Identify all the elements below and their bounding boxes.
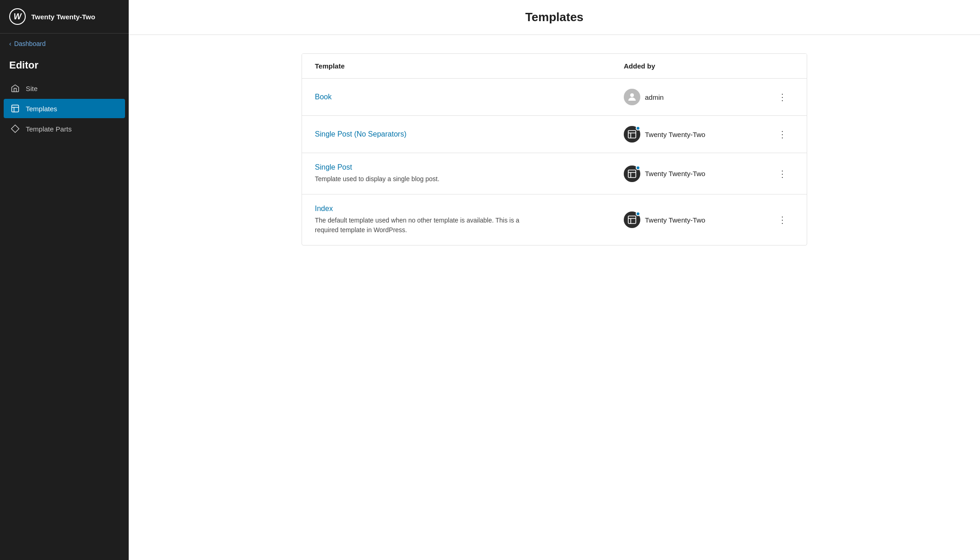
dashboard-link[interactable]: ‹ Dashboard xyxy=(0,34,129,54)
more-actions-button-index[interactable]: ⋮ xyxy=(774,213,791,226)
layout-icon xyxy=(627,169,637,179)
col-template: Template xyxy=(315,62,624,70)
main-content: Templates Template Added by Book xyxy=(129,0,980,560)
sidebar-item-label-site: Site xyxy=(26,85,38,92)
template-name-book[interactable]: Book xyxy=(315,93,331,101)
author-name-book: admin xyxy=(645,93,664,101)
table-row: Single Post (No Separators) Twenty Twent… xyxy=(302,116,807,153)
svg-rect-11 xyxy=(628,216,636,224)
layout-icon xyxy=(627,129,637,139)
template-info: Index The default template used when no … xyxy=(315,205,624,235)
avatar xyxy=(624,211,640,228)
avatar-indicator xyxy=(636,126,640,131)
dashboard-label: Dashboard xyxy=(14,40,46,47)
row-actions: ⋮ xyxy=(771,167,794,180)
template-name-index[interactable]: Index xyxy=(315,205,333,212)
author-cell: Twenty Twenty-Two xyxy=(624,166,771,182)
templates-table: Template Added by Book admin xyxy=(302,53,807,246)
template-info: Book xyxy=(315,93,624,101)
sidebar: W Twenty Twenty-Two ‹ Dashboard Editor S… xyxy=(0,0,129,560)
table-row: Book admin ⋮ xyxy=(302,79,807,116)
sidebar-item-site[interactable]: Site xyxy=(4,79,125,98)
svg-rect-5 xyxy=(628,131,636,138)
sidebar-item-label-template-parts: Template Parts xyxy=(26,125,72,133)
template-name-single-post[interactable]: Single Post xyxy=(315,163,352,171)
template-name-single-post-no-sep[interactable]: Single Post (No Separators) xyxy=(315,130,406,138)
col-added-by: Added by xyxy=(624,62,771,70)
more-actions-button-book[interactable]: ⋮ xyxy=(774,91,791,103)
author-name-index: Twenty Twenty-Two xyxy=(645,216,705,224)
sidebar-item-template-parts[interactable]: Template Parts xyxy=(4,119,125,138)
svg-rect-8 xyxy=(628,170,636,177)
avatar xyxy=(624,126,640,143)
author-cell: Twenty Twenty-Two xyxy=(624,211,771,228)
table-row: Single Post Template used to display a s… xyxy=(302,153,807,194)
author-cell: Twenty Twenty-Two xyxy=(624,126,771,143)
avatar xyxy=(624,89,640,105)
template-desc-index: The default template used when no other … xyxy=(315,216,536,235)
table-row: Index The default template used when no … xyxy=(302,194,807,245)
row-actions: ⋮ xyxy=(771,213,794,226)
col-actions xyxy=(771,62,794,70)
row-actions: ⋮ xyxy=(771,91,794,103)
sidebar-nav: Site Templates Template Parts xyxy=(0,79,129,138)
more-actions-button-single-post[interactable]: ⋮ xyxy=(774,167,791,180)
editor-title: Editor xyxy=(0,54,129,79)
row-actions: ⋮ xyxy=(771,128,794,141)
more-actions-button-single-post-no-sep[interactable]: ⋮ xyxy=(774,128,791,141)
layout-icon xyxy=(627,215,637,225)
template-info: Single Post (No Separators) xyxy=(315,130,624,138)
avatar xyxy=(624,166,640,182)
sidebar-item-templates[interactable]: Templates xyxy=(4,99,125,118)
person-icon xyxy=(627,91,638,103)
wp-logo-text: W xyxy=(14,12,22,22)
svg-marker-3 xyxy=(11,125,19,133)
sidebar-header: W Twenty Twenty-Two xyxy=(0,0,129,34)
chevron-left-icon: ‹ xyxy=(9,40,11,47)
avatar-indicator xyxy=(636,166,640,170)
avatar-indicator xyxy=(636,211,640,216)
page-title: Templates xyxy=(525,10,584,24)
main-body: Template Added by Book admin xyxy=(129,35,980,560)
templates-icon xyxy=(10,103,20,114)
sidebar-item-label-templates: Templates xyxy=(26,105,57,113)
template-desc-single-post: Template used to display a single blog p… xyxy=(315,174,536,184)
home-icon xyxy=(10,83,20,93)
site-name: Twenty Twenty-Two xyxy=(31,13,95,21)
author-name-single-post-no-sep: Twenty Twenty-Two xyxy=(645,131,705,138)
main-header: Templates xyxy=(129,0,980,35)
wp-logo: W xyxy=(9,8,26,25)
table-header: Template Added by xyxy=(302,54,807,79)
svg-point-4 xyxy=(630,93,634,97)
author-name-single-post: Twenty Twenty-Two xyxy=(645,170,705,177)
diamond-icon xyxy=(10,124,20,134)
author-cell: admin xyxy=(624,89,771,105)
template-info: Single Post Template used to display a s… xyxy=(315,163,624,184)
svg-rect-0 xyxy=(12,105,19,112)
